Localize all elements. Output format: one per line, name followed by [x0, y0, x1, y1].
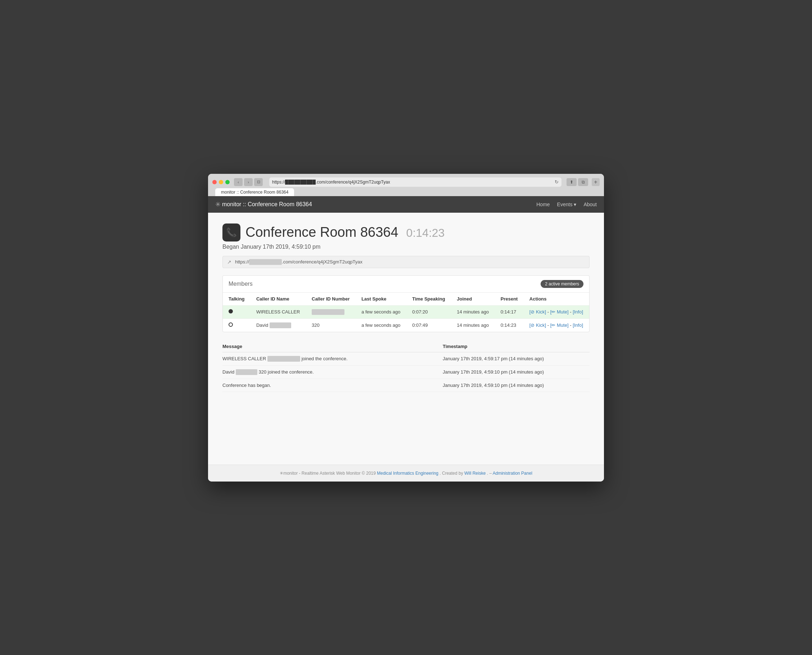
members-section-title: Members — [229, 281, 253, 287]
time-speaking-cell: 0:07:20 — [406, 305, 451, 318]
caller-name-redacted: ██████ — [269, 323, 291, 328]
table-row: David ██████ 320 a few seconds ago 0:07:… — [223, 318, 589, 332]
app-brand: ✳ monitor :: Conference Room 86364 — [215, 200, 536, 208]
page-timer: 0:14:23 — [406, 226, 445, 240]
present-cell: 0:14:17 — [495, 305, 524, 318]
message-text: WIRELESS CALLER ██████████ joined the co… — [223, 352, 443, 365]
actions-separator-1: - — [547, 309, 551, 315]
info-link-1[interactable]: [Info] — [573, 309, 583, 315]
joined-cell: 14 minutes ago — [451, 305, 495, 318]
message-timestamp: January 17th 2019, 4:59:10 pm (14 minute… — [443, 378, 589, 392]
phone-symbol: 📞 — [226, 228, 237, 238]
messages-table: Message Timestamp WIRELESS CALLER ██████… — [223, 341, 589, 392]
list-item: David ██████ 320 joined the conference. … — [223, 365, 589, 378]
members-header: Members 2 active members — [223, 276, 589, 292]
address-bar[interactable] — [272, 180, 553, 185]
col-message-header: Message — [223, 341, 443, 352]
col-actions: Actions — [524, 292, 589, 306]
browser-tab[interactable]: monitor :: Conference Room 86364 — [215, 188, 294, 196]
mute-link-2[interactable]: [✏ Mute] — [551, 323, 569, 328]
footer-link-admin[interactable]: Administration Panel — [493, 471, 532, 476]
browser-window: ‹ › ⊡ ↻ ⬆ ⧉ + monitor :: Conference Room… — [208, 174, 604, 481]
kick-link-1[interactable]: [⊘ Kick] — [529, 309, 546, 315]
message-redacted-2: ██████ — [236, 369, 257, 375]
address-bar-container: ↻ — [269, 177, 561, 187]
actions-separator-2: - — [570, 309, 573, 315]
new-tab-button[interactable]: ⧉ — [578, 178, 588, 186]
footer-link-mie[interactable]: Medical Informatics Engineering — [377, 471, 438, 476]
col-caller-id-name: Caller ID Name — [251, 292, 306, 306]
footer-mid-text: . Created by — [440, 471, 464, 476]
actions-separator-3: - — [547, 323, 551, 328]
list-item: WIRELESS CALLER ██████████ joined the co… — [223, 352, 589, 365]
nav-events-arrow-icon: ▾ — [574, 201, 576, 207]
talking-indicator — [223, 305, 251, 318]
add-tab-button[interactable]: + — [592, 178, 600, 186]
kick-link-2[interactable]: [⊘ Kick] — [529, 323, 546, 328]
page-footer: ✳monitor - Realtime Asterisk Web Monitor… — [208, 464, 604, 481]
messages-table-body: WIRELESS CALLER ██████████ joined the co… — [223, 352, 589, 392]
col-timestamp-header: Timestamp — [443, 341, 589, 352]
messages-header-row: Message Timestamp — [223, 341, 589, 352]
phone-icon: 📞 — [223, 223, 240, 241]
actions-cell: [⊘ Kick] - [✏ Mute] - [Info] — [524, 305, 589, 318]
col-caller-id-number: Caller ID Number — [306, 292, 355, 306]
nav-buttons: ‹ › ⊡ — [234, 178, 264, 186]
messages-table-head: Message Timestamp — [223, 341, 589, 352]
col-last-spoke: Last Spoke — [355, 292, 406, 306]
back-button[interactable]: ‹ — [234, 178, 243, 186]
col-joined: Joined — [451, 292, 495, 306]
message-text: David ██████ 320 joined the conference. — [223, 365, 443, 378]
maximize-button[interactable] — [225, 180, 230, 184]
url-section: ↗ https://██████████.com/conference/q4jX… — [223, 256, 589, 268]
footer-suffix-text: . – — [487, 471, 493, 476]
browser-actions: ⬆ ⧉ — [566, 178, 588, 186]
conference-url: https://██████████.com/conference/q4jX2S… — [235, 259, 363, 265]
nav-home[interactable]: Home — [536, 201, 550, 207]
page-title: Conference Room 86364 — [246, 224, 398, 240]
time-speaking-cell: 0:07:49 — [406, 318, 451, 332]
info-link-2[interactable]: [Info] — [573, 323, 583, 328]
nav-events[interactable]: Events ▾ — [557, 201, 577, 207]
last-spoke-cell: a few seconds ago — [355, 305, 406, 318]
app-navbar: ✳ monitor :: Conference Room 86364 Home … — [208, 196, 604, 213]
message-text: Conference has began. — [223, 378, 443, 392]
members-table-head: Talking Caller ID Name Caller ID Number … — [223, 292, 589, 306]
page-header: 📞 Conference Room 86364 0:14:23 — [223, 223, 589, 241]
forward-button[interactable]: › — [244, 178, 253, 186]
members-table-body: WIRELESS CALLER ██████████ a few seconds… — [223, 305, 589, 332]
actions-separator-4: - — [570, 323, 573, 328]
app-nav-links: Home Events ▾ About — [536, 201, 597, 207]
share-button[interactable]: ⬆ — [566, 178, 577, 186]
caller-number-cell: 320 — [306, 318, 355, 332]
present-cell: 0:14:23 — [495, 318, 524, 332]
col-present: Present — [495, 292, 524, 306]
brand-asterisk-icon: ✳ — [215, 200, 221, 208]
title-group: Conference Room 86364 0:14:23 — [246, 224, 444, 240]
mute-link-1[interactable]: [✏ Mute] — [551, 309, 569, 315]
last-spoke-cell: a few seconds ago — [355, 318, 406, 332]
minimize-button[interactable] — [219, 180, 223, 184]
footer-link-will[interactable]: Will Reiske — [464, 471, 486, 476]
reload-button[interactable]: ↻ — [555, 179, 558, 185]
caller-name-cell: David ██████ — [251, 318, 306, 332]
active-members-badge: 2 active members — [541, 280, 583, 288]
table-row: WIRELESS CALLER ██████████ a few seconds… — [223, 305, 589, 318]
talking-indicator — [223, 318, 251, 332]
col-talking: Talking — [223, 292, 251, 306]
tab-label: monitor :: Conference Room 86364 — [221, 190, 288, 195]
url-redacted-part: ██████████ — [249, 259, 282, 265]
nav-about[interactable]: About — [583, 201, 597, 207]
members-table-header-row: Talking Caller ID Name Caller ID Number … — [223, 292, 589, 306]
talking-dot-empty-icon — [229, 323, 233, 327]
tab-overview-button[interactable]: ⊡ — [254, 178, 263, 186]
footer-prefix: ✳monitor - Realtime Asterisk Web Monitor… — [280, 471, 377, 476]
external-link-icon: ↗ — [227, 259, 231, 265]
caller-number-cell: ██████████ — [306, 305, 355, 318]
page-content: 📞 Conference Room 86364 0:14:23 Began Ja… — [208, 213, 604, 464]
members-section: Members 2 active members Talking Caller … — [223, 275, 589, 332]
close-button[interactable] — [212, 180, 217, 184]
caller-number-redacted: ██████████ — [312, 309, 344, 315]
nav-events-label: Events — [557, 201, 573, 207]
talking-dot-filled-icon — [229, 309, 233, 314]
